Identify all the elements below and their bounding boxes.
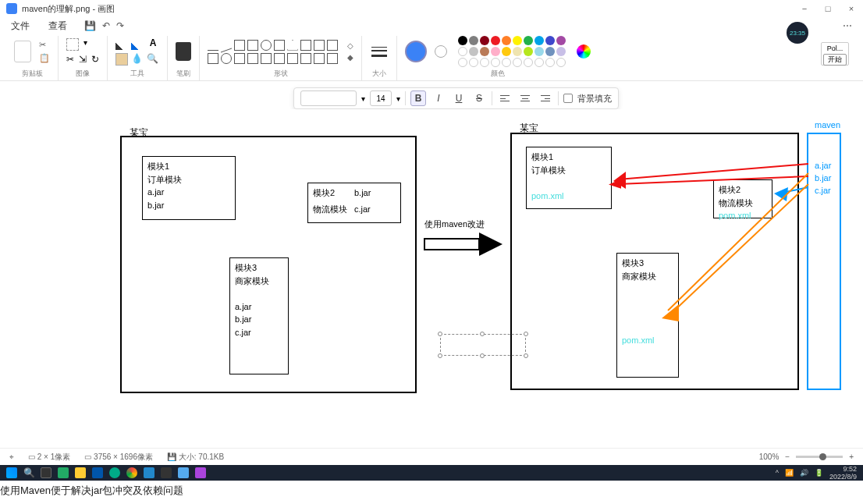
color-swatch[interactable] — [534, 58, 544, 67]
big-arrow — [417, 225, 510, 264]
search-icon[interactable]: 🔍 — [23, 467, 34, 478]
color-swatch[interactable] — [502, 47, 511, 56]
underline-button[interactable]: U — [451, 91, 467, 106]
color-swatch[interactable] — [545, 58, 555, 67]
color-swatch[interactable] — [524, 58, 533, 67]
tray-wifi-icon[interactable]: 📶 — [785, 469, 794, 477]
tray-battery-icon[interactable]: 🔋 — [815, 469, 823, 477]
app-icon-3[interactable] — [195, 467, 206, 478]
crop-icon[interactable]: ✂ — [66, 54, 74, 65]
save-icon[interactable]: 💾 — [84, 20, 96, 31]
canvas[interactable]: 某宝 模块1 订单模块 a.jar b.jar 模块2b.jar 物流模块c.j… — [27, 109, 844, 429]
color-swatch[interactable] — [556, 47, 566, 56]
color-swatch[interactable] — [491, 36, 500, 45]
menubar: 文件 查看 💾 ↶ ↷ ⋯ — [0, 17, 863, 34]
ribbon-brushes: 笔刷 — [168, 36, 200, 80]
color-primary[interactable] — [405, 41, 427, 62]
paste-button[interactable] — [14, 41, 31, 62]
side-start-button[interactable]: 开始 — [823, 54, 847, 66]
edge-icon[interactable] — [109, 467, 120, 478]
zoom-slider[interactable] — [796, 456, 843, 458]
color-swatch[interactable] — [545, 47, 555, 56]
color-swatch[interactable] — [556, 58, 566, 67]
shapes-gallery[interactable] — [208, 40, 338, 64]
text-tool[interactable]: A — [147, 37, 159, 50]
color-picker-tool[interactable]: 💧 — [131, 53, 144, 66]
close-button[interactable]: × — [840, 0, 863, 17]
window-title: maven的理解.png - 画图 — [22, 3, 115, 15]
color-swatch[interactable] — [458, 47, 467, 56]
widgets-icon[interactable] — [58, 467, 69, 478]
color-swatch[interactable] — [524, 47, 533, 56]
store-icon[interactable] — [144, 467, 154, 478]
tray-chevron-icon[interactable]: ^ — [776, 469, 779, 477]
color-swatch[interactable] — [556, 36, 566, 45]
task-view-icon[interactable] — [41, 467, 51, 478]
explorer-icon[interactable] — [75, 467, 86, 478]
resize-icon[interactable]: ⇲ — [79, 54, 87, 65]
edit-colors-button[interactable] — [577, 44, 591, 59]
tray-volume-icon[interactable]: 🔊 — [800, 469, 808, 477]
rotate-icon[interactable]: ↻ — [91, 54, 99, 65]
overflow-menu[interactable]: ⋯ — [838, 20, 857, 31]
minimize-button[interactable]: − — [793, 0, 816, 17]
color-swatch[interactable] — [491, 58, 500, 67]
font-size-input[interactable] — [370, 91, 392, 106]
app-icon-1[interactable] — [161, 467, 172, 478]
color-secondary[interactable] — [435, 45, 447, 58]
select-tool[interactable] — [66, 38, 79, 51]
color-palette[interactable] — [458, 36, 566, 67]
stroke-width-dropdown[interactable] — [370, 42, 389, 61]
color-swatch[interactable] — [469, 36, 478, 45]
italic-button[interactable]: I — [431, 91, 446, 106]
redo-button[interactable]: ↷ — [116, 20, 124, 31]
shape-fill-icon[interactable]: ◆ — [347, 53, 353, 62]
color-swatch[interactable] — [502, 58, 511, 67]
fill-tool[interactable] — [131, 37, 144, 50]
brushes-dropdown[interactable] — [176, 42, 191, 61]
pencil-tool[interactable] — [115, 37, 128, 50]
maximize-button[interactable]: □ — [816, 0, 840, 17]
strike-button[interactable]: S — [471, 91, 487, 106]
mail-icon[interactable] — [92, 467, 103, 478]
start-button[interactable] — [6, 467, 17, 478]
align-right-button[interactable] — [538, 91, 553, 106]
menu-view[interactable]: 查看 — [44, 18, 72, 34]
color-swatch[interactable] — [458, 36, 467, 45]
ribbon-colors: 颜色 — [397, 36, 598, 80]
color-swatch[interactable] — [480, 36, 489, 45]
color-swatch[interactable] — [534, 36, 544, 45]
color-swatch[interactable] — [480, 47, 489, 56]
zoom-in-button[interactable]: + — [849, 453, 854, 461]
zoom-out-button[interactable]: − — [785, 453, 790, 461]
magnifier-tool[interactable]: 🔍 — [147, 53, 159, 66]
color-swatch[interactable] — [513, 47, 522, 56]
cut-icon[interactable]: ✂ — [39, 40, 50, 50]
color-swatch[interactable] — [469, 47, 478, 56]
eraser-tool[interactable] — [115, 53, 128, 66]
color-swatch[interactable] — [513, 58, 522, 67]
color-swatch[interactable] — [524, 36, 533, 45]
color-swatch[interactable] — [534, 47, 544, 56]
color-swatch[interactable] — [458, 58, 467, 67]
right-module1: 模块1 订单模块 pom.xml — [526, 147, 612, 209]
color-swatch[interactable] — [469, 58, 478, 67]
text-selection[interactable] — [440, 334, 526, 356]
shape-outline-icon[interactable]: ◇ — [347, 41, 353, 50]
align-center-button[interactable] — [517, 91, 533, 106]
bgfill-checkbox[interactable] — [563, 94, 573, 103]
bold-button[interactable]: B — [410, 91, 426, 106]
maven-label: maven — [815, 120, 840, 130]
app-icon-2[interactable] — [178, 467, 189, 478]
align-left-button[interactable] — [497, 91, 513, 106]
color-swatch[interactable] — [502, 36, 511, 45]
menu-file[interactable]: 文件 — [6, 18, 34, 34]
undo-button[interactable]: ↶ — [102, 20, 110, 31]
font-name-input[interactable] — [300, 91, 357, 106]
color-swatch[interactable] — [545, 36, 555, 45]
color-swatch[interactable] — [480, 58, 489, 67]
color-swatch[interactable] — [513, 36, 522, 45]
copy-icon[interactable]: 📋 — [39, 53, 50, 63]
chrome-icon[interactable] — [126, 467, 137, 478]
color-swatch[interactable] — [491, 47, 500, 56]
